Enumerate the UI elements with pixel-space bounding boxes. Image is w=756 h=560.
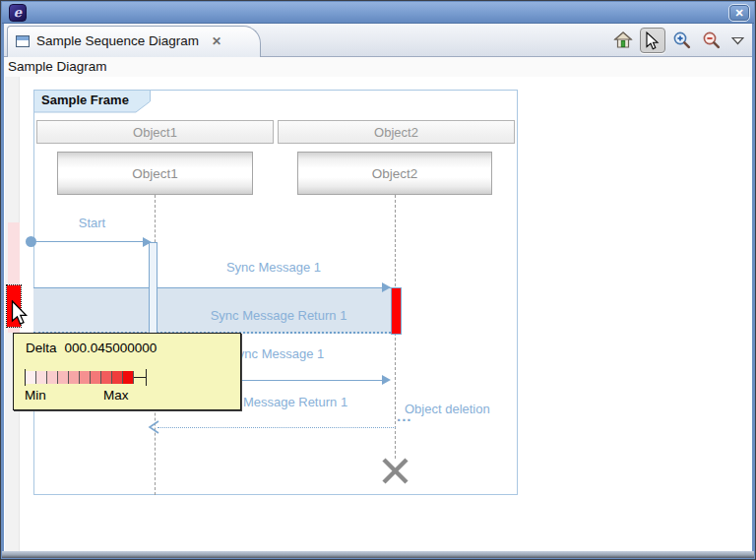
application-window: e ✕ Sample Sequence Diagram ✕ xyxy=(0,0,756,560)
lifeline-label: Object1 xyxy=(132,166,178,181)
scale-segment xyxy=(80,371,91,384)
window-close-button[interactable]: ✕ xyxy=(728,4,750,22)
delta-tooltip: Delta 000.045000000 Min Max xyxy=(13,333,241,410)
start-message-label[interactable]: Start xyxy=(65,216,119,230)
zoom-out-button[interactable] xyxy=(699,28,724,53)
view-menu-button[interactable] xyxy=(728,28,746,53)
delta-value: 000.045000000 xyxy=(65,341,158,355)
diagram-canvas[interactable]: Sample Frame Object1 Object2 Object1 Obj… xyxy=(4,77,752,551)
window-bottom-border xyxy=(2,551,754,558)
scale-segment xyxy=(123,371,134,384)
sync-return-label[interactable]: Sync Message Return 1 xyxy=(200,308,357,323)
scale-segment xyxy=(47,371,58,384)
sync-arrowhead-icon xyxy=(382,282,391,292)
window-content: Sample Sequence Diagram ✕ xyxy=(4,24,752,551)
view-toolbar xyxy=(606,26,746,55)
frame-title: Sample Frame xyxy=(41,93,129,107)
sync-message-label[interactable]: Sync Message 1 xyxy=(215,260,333,275)
async-return-line[interactable] xyxy=(158,427,396,428)
home-icon xyxy=(613,31,633,50)
async-arrowhead-icon xyxy=(382,375,391,385)
home-button[interactable] xyxy=(610,28,636,53)
scale-segment xyxy=(69,371,80,384)
view-menu-icon xyxy=(731,36,744,45)
scale-segment xyxy=(101,371,112,384)
tab-label: Sample Sequence Diagram xyxy=(36,33,199,48)
found-message-circle[interactable] xyxy=(26,236,36,247)
time-ellipsis: ... xyxy=(397,407,412,424)
object-deletion-x-icon[interactable] xyxy=(380,456,410,486)
open-arrowhead-icon xyxy=(148,420,159,434)
tab-strip: Sample Sequence Diagram ✕ xyxy=(4,24,752,57)
zoom-in-button[interactable] xyxy=(669,28,695,53)
mouse-cursor-icon xyxy=(11,300,29,327)
breadcrumb: Sample Diagram xyxy=(4,57,752,77)
zoom-in-icon xyxy=(672,31,692,50)
scale-end-line xyxy=(134,377,146,378)
scale-segment xyxy=(58,371,69,384)
lifeline-header-object1[interactable]: Object1 xyxy=(36,120,274,144)
scale-min-label: Min xyxy=(25,388,46,403)
eclipse-app-icon: e xyxy=(9,4,27,22)
red-execution-bar[interactable] xyxy=(391,287,402,335)
delta-scale-segments xyxy=(26,371,134,384)
lifeline-header-object2[interactable]: Object2 xyxy=(278,120,515,144)
scale-segment xyxy=(112,371,123,384)
scale-end-tick xyxy=(146,369,147,386)
delta-scale xyxy=(25,369,147,386)
header-label: Object1 xyxy=(133,125,177,140)
scale-segment xyxy=(91,371,101,384)
object-deletion-label[interactable]: Object deletion xyxy=(405,402,513,416)
scale-segment xyxy=(26,371,36,384)
lifeline-label: Object2 xyxy=(372,166,418,181)
start-arrowhead-icon xyxy=(143,237,152,247)
scale-segment xyxy=(36,371,47,384)
lifeline-box-object1[interactable]: Object1 xyxy=(57,152,253,195)
view-window-icon xyxy=(16,35,30,47)
selection-cursor-icon xyxy=(646,31,660,50)
zoom-out-icon xyxy=(702,31,722,50)
scale-max-label: Max xyxy=(103,388,129,403)
window-titlebar[interactable]: e ✕ xyxy=(2,2,754,24)
lifeline-box-object2[interactable]: Object2 xyxy=(297,152,492,195)
tab-sample-sequence-diagram[interactable]: Sample Sequence Diagram ✕ xyxy=(7,26,261,57)
select-tool-button[interactable] xyxy=(640,28,665,53)
header-label: Object2 xyxy=(374,125,418,140)
tab-close-icon[interactable]: ✕ xyxy=(212,34,221,48)
start-message-line[interactable] xyxy=(31,241,143,242)
delta-label: Delta xyxy=(26,341,57,355)
frame-title-tag: Sample Frame xyxy=(33,90,152,113)
